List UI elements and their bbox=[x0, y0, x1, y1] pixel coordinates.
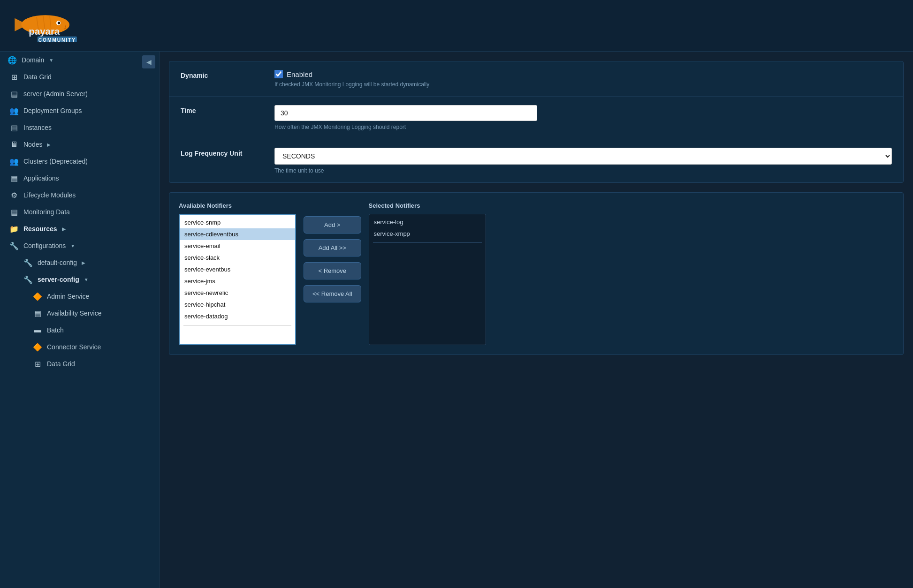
sidebar-item-label: Configurations bbox=[23, 242, 66, 249]
sidebar-item-monitoring-data[interactable]: ▤ Monitoring Data bbox=[0, 204, 159, 220]
cluster-icon: 👥 bbox=[9, 157, 19, 166]
sidebar-item-nodes[interactable]: 🖥 Nodes ▶ bbox=[0, 136, 159, 153]
sidebar-item-label: Batch bbox=[47, 326, 64, 334]
time-control: How often the JMX Monitoring Logging sho… bbox=[274, 105, 892, 130]
sidebar-collapse-button[interactable]: ◀ bbox=[142, 55, 155, 68]
availability-icon: ▤ bbox=[33, 309, 42, 318]
sidebar-item-label: server (Admin Server) bbox=[23, 90, 88, 98]
selected-notifiers-listbox[interactable]: service-log service-xmpp bbox=[369, 214, 486, 345]
expand-arrow: ▼ bbox=[49, 58, 53, 63]
dynamic-checkbox-row: Enabled bbox=[274, 70, 892, 78]
sidebar-item-label: Data Grid bbox=[23, 73, 52, 81]
notifier-action-buttons: Add > Add All >> < Remove << Remove All bbox=[304, 202, 361, 302]
sidebar-item-label: Applications bbox=[23, 174, 59, 182]
sidebar-item-label: Data Grid bbox=[47, 360, 75, 368]
svg-text:payara: payara bbox=[29, 26, 60, 37]
add-all-button[interactable]: Add All >> bbox=[304, 239, 361, 256]
sidebar-item-clusters[interactable]: 👥 Clusters (Deprecated) bbox=[0, 153, 159, 170]
header: payara ® COMMUNITY bbox=[0, 0, 913, 52]
available-notifiers-listbox[interactable]: service-snmp service-cdieventbus service… bbox=[179, 214, 296, 345]
instance-icon: ▤ bbox=[9, 123, 19, 132]
list-item[interactable]: service-slack bbox=[180, 252, 295, 264]
expand-arrow: ▼ bbox=[84, 277, 89, 282]
config-icon: 🔧 bbox=[23, 275, 33, 284]
sidebar-item-label: Connector Service bbox=[47, 343, 101, 351]
sidebar-item-data-grid-top[interactable]: ⊞ Data Grid bbox=[0, 68, 159, 85]
folder-icon: 📁 bbox=[9, 224, 19, 234]
sidebar-item-availability-service[interactable]: ▤ Availability Service bbox=[0, 305, 159, 322]
payara-logo: payara ® COMMUNITY bbox=[9, 9, 103, 42]
notifiers-layout: Avaliable Notifiers service-snmp service… bbox=[179, 202, 894, 345]
sidebar-item-domain[interactable]: 🌐 Domain ▼ bbox=[0, 52, 159, 68]
sidebar-item-connector-service[interactable]: 🔶 Connector Service bbox=[0, 339, 159, 355]
list-item[interactable]: service-xmpp bbox=[369, 228, 486, 240]
sidebar-item-label: default-config bbox=[38, 259, 77, 266]
sidebar-item-server-config[interactable]: 🔧 server-config ▼ bbox=[0, 271, 159, 288]
config-icon: 🔧 bbox=[9, 241, 19, 250]
admin-icon: 🔶 bbox=[33, 292, 42, 301]
list-item[interactable]: service-snmp bbox=[180, 217, 295, 228]
sidebar: ◀ 🌐 Domain ▼ ⊞ Data Grid ▤ server (Admin… bbox=[0, 52, 160, 588]
list-item[interactable]: service-hipchat bbox=[180, 299, 295, 310]
sidebar-item-lifecycle-modules[interactable]: ⚙ Lifecycle Modules bbox=[0, 187, 159, 204]
datagrid-icon: ⊞ bbox=[33, 359, 42, 369]
svg-text:®: ® bbox=[29, 31, 32, 36]
time-input[interactable] bbox=[274, 105, 537, 121]
expand-arrow: ▶ bbox=[62, 226, 66, 232]
sidebar-item-admin-service[interactable]: 🔶 Admin Service bbox=[0, 288, 159, 305]
sidebar-item-label: server-config bbox=[38, 276, 79, 283]
sidebar-item-resources[interactable]: 📁 Resources ▶ bbox=[0, 220, 159, 237]
available-notifiers-panel: Avaliable Notifiers service-snmp service… bbox=[179, 202, 296, 345]
svg-point-4 bbox=[58, 22, 61, 24]
sidebar-item-data-grid-bottom[interactable]: ⊞ Data Grid bbox=[0, 355, 159, 372]
app-icon: ▤ bbox=[9, 173, 19, 183]
log-frequency-help-text: The time unit to use bbox=[274, 167, 892, 174]
sidebar-item-instances[interactable]: ▤ Instances bbox=[0, 119, 159, 136]
remove-button[interactable]: < Remove bbox=[304, 262, 361, 279]
sidebar-item-label: Resources bbox=[23, 225, 57, 233]
dynamic-checkbox[interactable] bbox=[274, 70, 283, 78]
remove-all-button[interactable]: << Remove All bbox=[304, 285, 361, 302]
batch-icon: ▬ bbox=[33, 325, 42, 335]
collapse-arrow: ▶ bbox=[47, 142, 51, 147]
sidebar-item-label: Lifecycle Modules bbox=[23, 191, 76, 199]
list-item[interactable]: service-log bbox=[369, 216, 486, 228]
sidebar-item-label: Admin Service bbox=[47, 293, 89, 300]
selected-notifiers-title: Selected Notifiers bbox=[369, 202, 486, 209]
server-icon: ▤ bbox=[9, 89, 19, 98]
dynamic-checkbox-label: Enabled bbox=[287, 70, 312, 78]
svg-text:COMMUNITY: COMMUNITY bbox=[38, 38, 76, 42]
sidebar-item-label: Instances bbox=[23, 124, 52, 131]
log-frequency-select[interactable]: SECONDS MINUTES HOURS DAYS bbox=[274, 148, 892, 165]
sidebar-item-label: Clusters (Deprecated) bbox=[23, 158, 88, 165]
sidebar-item-server-admin[interactable]: ▤ server (Admin Server) bbox=[0, 85, 159, 102]
add-button[interactable]: Add > bbox=[304, 216, 361, 234]
list-item[interactable]: service-email bbox=[180, 240, 295, 252]
list-item[interactable]: service-eventbus bbox=[180, 264, 295, 275]
expand-arrow: ▶ bbox=[82, 260, 85, 265]
sidebar-item-applications[interactable]: ▤ Applications bbox=[0, 170, 159, 187]
list-item[interactable]: service-newrelic bbox=[180, 287, 295, 299]
grid-icon: ⊞ bbox=[9, 72, 19, 82]
sidebar-item-batch[interactable]: ▬ Batch bbox=[0, 322, 159, 339]
expand-arrow: ▼ bbox=[70, 243, 75, 249]
sidebar-item-label: Availability Service bbox=[47, 309, 101, 317]
dynamic-control: Enabled If checked JMX Monitoring Loggin… bbox=[274, 70, 892, 88]
list-item[interactable]: service-jms bbox=[180, 275, 295, 287]
list-item[interactable]: service-datadog bbox=[180, 310, 295, 322]
logo-area: payara ® COMMUNITY bbox=[9, 9, 103, 42]
dynamic-row: Dynamic Enabled If checked JMX Monitorin… bbox=[169, 61, 903, 97]
list-item[interactable]: service-cdieventbus bbox=[180, 228, 295, 240]
dynamic-label: Dynamic bbox=[181, 70, 265, 79]
group-icon: 👥 bbox=[9, 106, 19, 115]
log-frequency-label: Log Frequency Unit bbox=[181, 148, 265, 157]
sidebar-item-default-config[interactable]: 🔧 default-config ▶ bbox=[0, 254, 159, 271]
sidebar-item-configurations[interactable]: 🔧 Configurations ▼ bbox=[0, 237, 159, 254]
node-icon: 🖥 bbox=[9, 140, 19, 149]
content-area: Dynamic Enabled If checked JMX Monitorin… bbox=[160, 52, 913, 588]
sidebar-item-deployment-groups[interactable]: 👥 Deployment Groups bbox=[0, 102, 159, 119]
sidebar-item-label: Deployment Groups bbox=[23, 107, 82, 114]
selected-notifiers-panel: Selected Notifiers service-log service-x… bbox=[369, 202, 486, 345]
log-frequency-control: SECONDS MINUTES HOURS DAYS The time unit… bbox=[274, 148, 892, 174]
time-row: Time How often the JMX Monitoring Loggin… bbox=[169, 97, 903, 139]
